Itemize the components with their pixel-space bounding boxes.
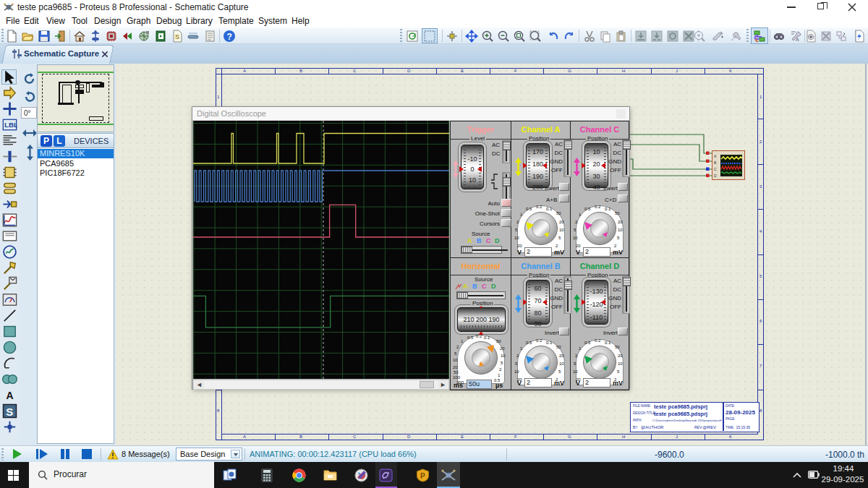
svg-text:S: S xyxy=(6,406,13,418)
svg-text:A: A xyxy=(796,37,799,42)
svg-text:P: P xyxy=(420,472,425,480)
svg-text:?: ? xyxy=(227,32,232,42)
svg-text:LBL: LBL xyxy=(4,121,17,129)
svg-text:S: S xyxy=(175,33,179,40)
